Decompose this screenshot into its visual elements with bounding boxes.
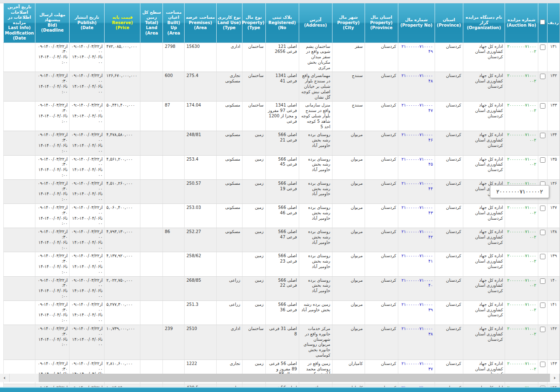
cell-property_no[interactable]: ۲۱۰۰۰۰۰۰۷۱۰۰۰۰۴۷: [398, 102, 435, 131]
col-label-en: (Total Land Area): [141, 20, 162, 36]
cell-auction_no[interactable]: ۲۰۰۰۰۰۰۰۷۱۰۰۰۰۰۲: [505, 228, 538, 252]
cell-property_type: زمین: [242, 204, 265, 228]
row-checkbox[interactable]: [540, 278, 545, 284]
row-checkbox[interactable]: [540, 206, 545, 211]
cell-reserve_price: ۴,۷۹۳,۱۳۰,۰۰۰: [105, 228, 140, 252]
col-header-premises_area[interactable]: مساحت عرصه(Premises Area): [185, 3, 216, 42]
col-header-last_modification[interactable]: تاریخ آخرین اصلاحات اطلاعات در مزایده(La…: [4, 3, 35, 42]
auction-data-grid: ردیفشماره مزایده(Auction No)نام دستگاه م…: [3, 3, 560, 392]
cell-select: [538, 131, 547, 155]
row-checkbox[interactable]: [540, 230, 545, 235]
cell-publish_date: از۱۴۰۰/۰۳/۲۲-۰۹:۰۰ تا۱۴۰۰/۰۴/۰۶-۱۴:۰۰: [70, 72, 105, 102]
cell-built_up_area: [163, 155, 185, 179]
cell-registered_no: اصلی 566 فرعی 19: [265, 179, 299, 203]
row-checkbox[interactable]: [540, 157, 545, 163]
cell-property_type: زمین: [242, 155, 265, 179]
row-checkbox[interactable]: [540, 362, 545, 367]
cell-province: کردستان: [435, 102, 463, 131]
cell-auction_no[interactable]: ۲۰۰۰۰۰۰۰۷۱۰۰۰۰۰۲: [505, 72, 538, 102]
cell-built_up_area: 600: [163, 72, 185, 102]
cell-org: اداره کل جهاد کشاورزی استان کردستان: [463, 252, 505, 276]
cell-auction_no[interactable]: ۲۰۰۰۰۰۰۰۷۱۰۰۰۰۰۲: [505, 131, 538, 155]
col-label-en: (Address): [300, 23, 331, 28]
cell-auction_no[interactable]: ۲۰۰۰۰۰۰۰۷۱۰۰۰۰۰۲: [505, 204, 538, 228]
cell-org: اداره کل جهاد کشاورزی استان کردستان: [463, 155, 505, 179]
col-header-row_no[interactable]: ردیف: [547, 3, 560, 42]
cell-last_modification: [4, 300, 35, 325]
col-header-total_land_area[interactable]: سطح کل زمین(Total Land Area): [140, 3, 163, 42]
cell-auction_no[interactable]: ۲۰۰۰۰۰۰۰۷۱۰۰۰۰۰۲: [505, 325, 538, 360]
scroll-right-icon[interactable]: ›: [550, 374, 559, 382]
col-header-address[interactable]: آدرس(Address): [299, 3, 332, 42]
col-header-publish_date[interactable]: تاریخ انتشار(Publish Date): [70, 3, 105, 42]
col-header-land_use[interactable]: نوع کاربری(Land Use Type): [216, 3, 242, 42]
cell-total_land_area: [140, 131, 163, 155]
cell-total_land_area: [140, 276, 163, 300]
row-checkbox[interactable]: [540, 45, 545, 50]
cell-province: کردستان: [435, 228, 463, 252]
col-header-property_province[interactable]: استان مال(Property Province): [365, 3, 398, 42]
cell-bid_deadline: از۱۴۰۰/۰۳/۲۲-۰۹:۳۰ تا۱۴۰۰/۰۴/۰۶-۱۴:۰۰: [35, 42, 70, 72]
cell-built_up_area: [163, 300, 185, 325]
cell-premises_area: 253.4: [185, 155, 216, 179]
cell-auction_no[interactable]: ۲۰۰۰۰۰۰۰۷۱۰۰۰۰۰۲: [505, 155, 538, 179]
col-header-auction_no[interactable]: شماره مزایده(Auction No): [505, 3, 538, 42]
cell-property_no[interactable]: ۲۱۰۰۰۰۰۰۷۱۰۰۰۰۴۹: [398, 42, 435, 72]
cell-row_no: ۱۳۴: [547, 131, 560, 155]
cell-property_no[interactable]: ۲۱۰۰۰۰۰۰۷۱۰۰۰۰۴۲: [398, 228, 435, 252]
cell-city: سقز: [332, 42, 365, 72]
cell-registered_no: اصلی 31 فرعی 8: [265, 325, 299, 360]
cell-property_type: زمین: [242, 228, 265, 252]
scroll-left-icon[interactable]: ‹: [0, 374, 9, 382]
cell-reserve_price: ۱۲۶,۶۷۰,۰۰۰,۰۰۰: [105, 72, 140, 102]
cell-property_no[interactable]: ۲۱۰۰۰۰۰۰۷۱۰۰۰۰۴۱: [398, 252, 435, 276]
cell-land_use: اداری: [216, 325, 242, 360]
col-header-property_no[interactable]: شماره مال(Property No): [398, 3, 435, 42]
col-header-reserve_price[interactable]: قیمت پایه(Reserve Price): [105, 3, 140, 42]
cell-auction_no[interactable]: ۲۰۰۰۰۰۰۰۷۱۰۰۰۰۰۲: [505, 276, 538, 300]
cell-property_no[interactable]: ۲۱۰۰۰۰۰۰۷۱۰۰۰۰۳۸: [398, 325, 435, 360]
cell-property_province: کردستان: [365, 72, 398, 102]
cell-auction_no[interactable]: ۲۰۰۰۰۰۰۰۷۱۰۰۰۰۰۲: [505, 102, 538, 131]
col-header-city[interactable]: شهر مال(Property City): [332, 3, 365, 42]
row-checkbox[interactable]: [540, 327, 545, 332]
cell-property_no[interactable]: ۲۱۰۰۰۰۰۰۷۱۰۰۰۰۴۵: [398, 155, 435, 179]
cell-property_no[interactable]: ۲۱۰۰۰۰۰۰۷۱۰۰۰۰۳۹: [398, 300, 435, 325]
cell-auction_no[interactable]: ۲۰۰۰۰۰۰۰۷۱۰۰۰۰۰۲: [505, 300, 538, 325]
cell-total_land_area: [140, 72, 163, 102]
cell-province: کردستان: [435, 155, 463, 179]
scrollbar-thumb[interactable]: [9, 374, 39, 382]
cell-last_modification: [4, 72, 35, 102]
row-checkbox[interactable]: [540, 133, 545, 138]
cell-property_no[interactable]: ۲۱۰۰۰۰۰۰۷۱۰۰۰۰۴۶: [398, 131, 435, 155]
cell-property_no[interactable]: ۲۱۰۰۰۰۰۰۷۱۰۰۰۰۴۰: [398, 276, 435, 300]
col-header-select[interactable]: [538, 3, 547, 42]
col-header-bid_deadline[interactable]: مهلت ارسال پیشنهاد(Bid Deadline): [35, 3, 70, 42]
row-checkbox[interactable]: [540, 103, 545, 109]
col-header-registered_no[interactable]: پلاک ثبتی(Registered No): [265, 3, 299, 42]
cell-select: [538, 325, 547, 360]
row-checkbox[interactable]: [540, 74, 545, 79]
cell-last_modification: [4, 179, 35, 203]
cell-reserve_price: ۴۷۲,۰۸۵,۰۰۰,۰۰۰: [105, 42, 140, 72]
col-header-org[interactable]: نام دستگاه مزایده گزار(Organization): [463, 3, 505, 42]
col-header-built_up_area[interactable]: مساحت اعیان(Built Up Area): [163, 3, 185, 42]
horizontal-scrollbar[interactable]: ‹ ›: [0, 374, 560, 382]
cell-registered_no: اصلی 566 فرعی 47: [265, 228, 299, 252]
cell-property_no[interactable]: ۲۱۰۰۰۰۰۰۷۱۰۰۰۰۴۳: [398, 204, 435, 228]
cell-property_no[interactable]: ۲۱۰۰۰۰۰۰۷۱۰۰۰۰۴۴: [398, 179, 435, 203]
cell-auction_no[interactable]: ۲۰۰۰۰۰۰۰۷۱۰۰۰۰۰۲: [505, 252, 538, 276]
cell-property_no[interactable]: ۲۱۰۰۰۰۰۰۷۱۰۰۰۰۴۸: [398, 72, 435, 102]
cell-auction_no[interactable]: ۲۰۰۰۰۰۰۰۷۱۰۰۰۰۰۲: [505, 42, 538, 72]
cell-premises_area: 251.3: [185, 300, 216, 325]
row-checkbox[interactable]: [540, 254, 545, 259]
col-header-property_type[interactable]: نوع مال(Property Type): [242, 3, 265, 42]
cell-select: [538, 300, 547, 325]
row-checkbox[interactable]: [540, 303, 545, 308]
cell-registered_no: اصلی 566 فرعی 45: [265, 155, 299, 179]
select-all-checkbox[interactable]: [540, 20, 545, 25]
cell-premises_area: 2510: [185, 325, 216, 360]
grid-header-row: ردیفشماره مزایده(Auction No)نام دستگاه م…: [4, 3, 560, 42]
col-header-province[interactable]: استان(Province): [435, 3, 463, 42]
top-strip: [0, 0, 560, 3]
